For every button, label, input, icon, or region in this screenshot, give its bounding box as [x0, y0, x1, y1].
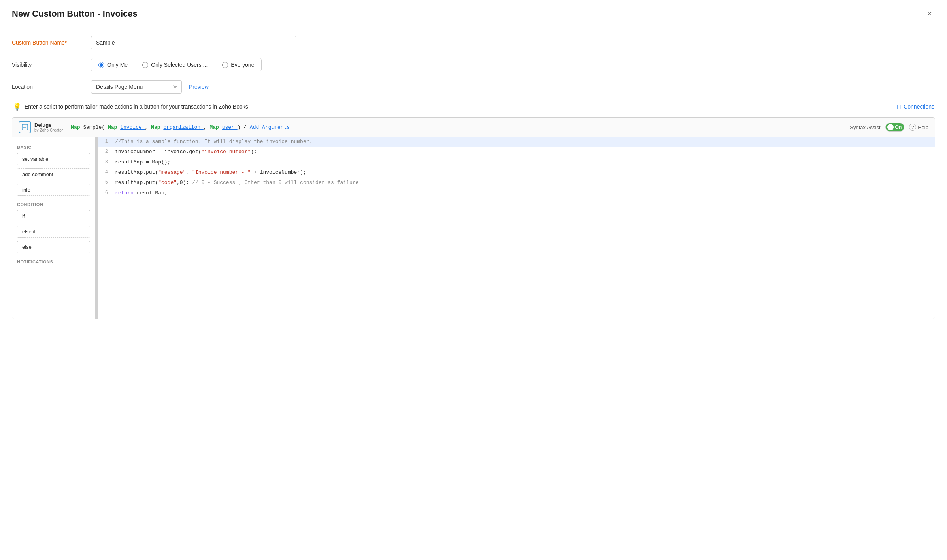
editor-toolbar-right: Syntax Assist On ? Help: [850, 123, 928, 132]
connections-icon: ⊡: [896, 103, 902, 111]
sidebar-item-if[interactable]: if: [17, 210, 90, 222]
line-code-1: //This is a sample function. It will dis…: [112, 137, 315, 146]
modal-title: New Custom Button - Invoices: [12, 9, 138, 19]
radio-only-selected-label: Only Selected Users ...: [151, 62, 208, 68]
code-str5a: "code": [158, 180, 177, 186]
script-hint-row: 💡 Enter a script to perform tailor-made …: [12, 102, 935, 111]
line-code-6: return resultMap;: [112, 188, 171, 197]
visibility-label: Visibility: [12, 62, 91, 68]
sig-funcname: Sample(: [83, 124, 108, 130]
deluge-sub: by Zoho Creator: [34, 128, 63, 132]
radio-only-me[interactable]: Only Me: [91, 58, 135, 71]
notifications-section-label: NOTIFICATIONS: [17, 259, 90, 264]
condition-section-label: CONDITION: [17, 202, 90, 207]
line-num-1: 1: [98, 137, 112, 146]
code-area[interactable]: 1 //This is a sample function. It will d…: [98, 137, 935, 319]
toggle-circle: [887, 124, 894, 130]
code-line-2: 2 invoiceNumber = invoice.get("invoice_n…: [98, 147, 935, 158]
code-str4a: "message": [158, 169, 186, 175]
script-hint-text-area: 💡 Enter a script to perform tailor-made …: [13, 102, 250, 111]
line-num-3: 3: [98, 158, 112, 166]
radio-only-selected[interactable]: Only Selected Users ...: [135, 58, 215, 71]
visibility-row: Visibility Only Me Only Selected Users .…: [12, 58, 935, 71]
radio-everyone-label: Everyone: [231, 62, 254, 68]
syntax-assist-toggle[interactable]: On: [885, 123, 905, 132]
syntax-assist-label: Syntax Assist: [850, 124, 880, 130]
code-line-5: 5 resultMap.put("code",0); // 0 - Succes…: [98, 178, 935, 188]
sidebar-panel: BASIC set variable add comment info COND…: [12, 137, 95, 319]
code-var4a: resultMap.put(: [115, 169, 158, 175]
preview-link[interactable]: Preview: [189, 84, 209, 90]
modal-body: Custom Button Name* Visibility Only Me O…: [0, 26, 947, 560]
code-line-3: 3 resultMap = Map();: [98, 158, 935, 168]
help-label: Help: [918, 124, 928, 130]
sidebar-item-else[interactable]: else: [17, 241, 90, 253]
deluge-icon: [19, 121, 31, 133]
name-label: Custom Button Name*: [12, 39, 91, 46]
code-var: invoiceNumber = invoice.get(: [115, 149, 201, 155]
line-code-5: resultMap.put("code",0); // 0 - Success …: [112, 178, 362, 187]
script-hint-text: Enter a script to perform tailor-made ac…: [25, 103, 250, 110]
sidebar-item-set-variable[interactable]: set variable: [17, 153, 90, 165]
sig-map4: Map: [209, 124, 219, 130]
editor-main: BASIC set variable add comment info COND…: [12, 137, 935, 319]
radio-only-me-input[interactable]: [98, 62, 104, 68]
sidebar-item-add-comment[interactable]: add comment: [17, 168, 90, 180]
line-code-3: resultMap = Map();: [112, 158, 174, 167]
connections-link[interactable]: ⊡ Connections: [896, 103, 934, 111]
sig-bracket: ) {: [238, 124, 250, 130]
visibility-radio-group: Only Me Only Selected Users ... Everyone: [91, 58, 262, 71]
code-string: "invoice_number": [201, 149, 251, 155]
code-var5a: resultMap.put(: [115, 180, 158, 186]
location-label: Location: [12, 84, 91, 90]
radio-everyone-input[interactable]: [222, 62, 228, 68]
editor-toolbar: Deluge by Zoho Creator Map Sample( Map i…: [12, 118, 935, 137]
sidebar-item-info[interactable]: info: [17, 184, 90, 196]
radio-everyone[interactable]: Everyone: [215, 58, 261, 71]
connections-label: Connections: [904, 103, 934, 110]
code-var5b: ,0);: [177, 180, 192, 186]
line-code-2: invoiceNumber = invoice.get("invoice_num…: [112, 147, 260, 156]
deluge-brand: Deluge by Zoho Creator: [19, 121, 63, 133]
line-code-4: resultMap.put("message", "Invoice number…: [112, 168, 309, 177]
editor-container: Deluge by Zoho Creator Map Sample( Map i…: [12, 117, 935, 319]
line-num-4: 4: [98, 168, 112, 177]
code-var: );: [251, 149, 257, 155]
line-num-5: 5: [98, 178, 112, 187]
sig-map2: Map: [108, 124, 117, 130]
toggle-label: On: [895, 124, 902, 130]
sig-user: user: [222, 124, 238, 130]
basic-section-label: BASIC: [17, 145, 90, 150]
radio-only-me-label: Only Me: [107, 62, 128, 68]
sig-org: organization: [163, 124, 203, 130]
deluge-text: Deluge by Zoho Creator: [34, 122, 63, 132]
modal-header: New Custom Button - Invoices ×: [0, 0, 947, 26]
code-comment5: // 0 - Success ; Other than 0 will consi…: [192, 180, 358, 186]
radio-only-selected-input[interactable]: [142, 62, 148, 68]
line-num-6: 6: [98, 188, 112, 197]
location-select[interactable]: Details Page Menu List Page Detail Page: [91, 80, 182, 94]
help-icon: ?: [909, 124, 916, 131]
code-kw6: return: [115, 190, 134, 196]
close-button[interactable]: ×: [924, 8, 935, 20]
name-input[interactable]: [91, 36, 296, 49]
code-var6: resultMap;: [134, 190, 168, 196]
code-var4b: ,: [186, 169, 192, 175]
sig-add-args[interactable]: Add Arguments: [250, 124, 290, 130]
sig-invoice: invoice: [120, 124, 145, 130]
sig-comma1: ,: [145, 124, 151, 130]
code-var4c: + invoiceNumber);: [251, 169, 306, 175]
sig-comma2: ,: [204, 124, 210, 130]
location-controls: Details Page Menu List Page Detail Page …: [91, 80, 209, 94]
function-signature: Map Sample( Map invoice , Map organizati…: [71, 124, 290, 130]
code-line-1: 1 //This is a sample function. It will d…: [98, 137, 935, 147]
deluge-name: Deluge: [34, 122, 63, 128]
sidebar-item-else-if[interactable]: else if: [17, 226, 90, 238]
help-button[interactable]: ? Help: [909, 124, 928, 131]
code-line-4: 4 resultMap.put("message", "Invoice numb…: [98, 168, 935, 178]
line-num-2: 2: [98, 147, 112, 156]
bulb-icon: 💡: [13, 102, 21, 111]
modal-container: New Custom Button - Invoices × Custom Bu…: [0, 0, 947, 560]
sig-map1: Map: [71, 124, 80, 130]
location-row: Location Details Page Menu List Page Det…: [12, 80, 935, 94]
